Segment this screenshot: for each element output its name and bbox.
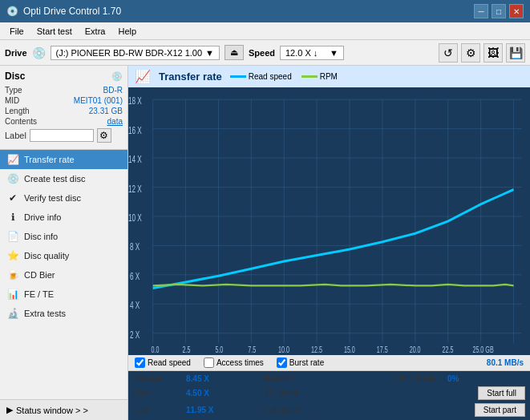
end-value: 11.95 X <box>186 406 213 414</box>
svg-text:15.0: 15.0 <box>344 345 355 355</box>
cpu-value: 0% <box>447 374 459 383</box>
nav-label-fe-te: FE / TE <box>24 289 54 299</box>
nav-label-cd-bier: CD Bier <box>24 270 55 280</box>
sidebar-item-disc-quality[interactable]: ⭐Disc quality <box>0 246 127 265</box>
svg-text:14 X: 14 X <box>128 155 142 165</box>
disc-label-row: Label ⚙ <box>5 127 123 144</box>
stat-random: Random - <box>264 374 394 383</box>
sidebar-item-extra-tests[interactable]: 🔬Extra tests <box>0 304 127 323</box>
refresh-button[interactable]: ↺ <box>439 43 458 63</box>
read-speed-check-label: Read speed <box>148 358 191 367</box>
stat-start: Start 4.50 X <box>133 389 264 398</box>
stats-row-start: Start 4.50 X 1/3 stroke - Start full <box>133 385 525 402</box>
sidebar-item-cd-bier[interactable]: 🍺CD Bier <box>0 265 127 285</box>
svg-text:6 X: 6 X <box>130 271 140 281</box>
speed-value: 12.0 X ↓ <box>285 48 318 58</box>
disc-label-input[interactable] <box>30 129 94 142</box>
drive-label: Drive <box>5 48 27 58</box>
svg-text:7.5: 7.5 <box>248 345 256 355</box>
stroke13-label: 1/3 stroke <box>264 389 312 398</box>
fullstroke-value: - <box>317 406 319 414</box>
stat-start-full-cell: Start full <box>394 386 525 400</box>
svg-text:8 X: 8 X <box>130 242 140 252</box>
legend-read-color <box>230 75 246 78</box>
menu-start-test[interactable]: Start test <box>30 25 79 38</box>
nav-label-transfer-rate: Transfer rate <box>24 155 75 164</box>
drive-selector[interactable]: (J:) PIONEER BD-RW BDR-X12 1.00 ▼ <box>51 46 220 60</box>
access-times-check-input[interactable] <box>204 357 214 368</box>
disc-mid-value: MEIT01 (001) <box>74 96 123 105</box>
stat-cpu: CPU usage 0% <box>394 374 525 383</box>
legend-read-label: Read speed <box>249 72 292 81</box>
stat-average: Average 8.45 X <box>133 374 264 383</box>
burst-rate-checkbox[interactable]: Burst rate <box>277 357 324 368</box>
disc-panel-icon: 💿 <box>111 71 123 82</box>
nav-label-extra-tests: Extra tests <box>24 309 66 318</box>
sidebar: Disc 💿 Type BD-R MID MEIT01 (001) Length… <box>0 66 128 420</box>
random-label: Random <box>264 374 312 383</box>
access-times-checkbox[interactable]: Access times <box>204 357 264 368</box>
disc-contents-label: Contents <box>5 117 37 126</box>
read-speed-check-input[interactable] <box>135 357 145 368</box>
start-full-button[interactable]: Start full <box>478 386 525 400</box>
legend-rpm: RPM <box>301 72 338 81</box>
disc-contents-value[interactable]: data <box>107 117 123 126</box>
cpu-label: CPU usage <box>394 374 443 383</box>
nav-icon-drive-info: ℹ <box>6 212 19 223</box>
read-speed-checkbox[interactable]: Read speed <box>135 357 191 368</box>
image-button[interactable]: 🖼 <box>483 43 503 63</box>
sidebar-item-create-test-disc[interactable]: 💿Create test disc <box>0 169 127 188</box>
menu-file[interactable]: File <box>3 25 30 38</box>
average-value: 8.45 X <box>186 374 209 383</box>
save-button[interactable]: 💾 <box>506 43 525 63</box>
disc-mid-label: MID <box>5 96 19 105</box>
sidebar-item-fe-te[interactable]: 📊FE / TE <box>0 285 127 304</box>
speed-selector[interactable]: 12.0 X ↓ ▼ <box>280 46 344 60</box>
chart-header: 📈 Transfer rate Read speed RPM <box>128 66 530 87</box>
nav-label-disc-quality: Disc quality <box>24 251 69 260</box>
app-title: Opti Drive Control 1.70 <box>23 6 121 17</box>
menu-help[interactable]: Help <box>111 25 143 38</box>
status-window-icon: ▶ <box>6 405 13 415</box>
burst-rate-check-input[interactable] <box>277 357 287 368</box>
nav-icon-transfer-rate: 📈 <box>6 154 19 165</box>
sidebar-item-drive-info[interactable]: ℹDrive info <box>0 208 127 227</box>
status-window-button[interactable]: ▶ Status window > > <box>0 399 127 420</box>
title-bar-controls: ─ □ ✕ <box>474 4 524 18</box>
access-times-check-label: Access times <box>216 358 264 367</box>
maximize-button[interactable]: □ <box>492 4 506 18</box>
sidebar-item-disc-info[interactable]: 📄Disc info <box>0 227 127 246</box>
disc-panel-title: Disc <box>5 71 25 82</box>
nav-label-create-test-disc: Create test disc <box>24 174 85 184</box>
nav-icon-cd-bier: 🍺 <box>6 269 19 281</box>
drive-icon: 💿 <box>32 46 46 59</box>
settings-button[interactable]: ⚙ <box>461 43 480 63</box>
toolbar: Drive 💿 (J:) PIONEER BD-RW BDR-X12 1.00 … <box>0 40 530 66</box>
main-area: Disc 💿 Type BD-R MID MEIT01 (001) Length… <box>0 66 530 420</box>
checkboxes-row: Read speed Access times Burst rate 80.1 … <box>128 355 530 371</box>
svg-text:25.0 GB: 25.0 GB <box>472 345 493 355</box>
title-bar: 💿 Opti Drive Control 1.70 ─ □ ✕ <box>0 0 530 22</box>
disc-panel: Disc 💿 Type BD-R MID MEIT01 (001) Length… <box>0 66 127 150</box>
nav-icon-verify-test-disc: ✔ <box>6 192 19 204</box>
stat-start-part-cell: Start part <box>394 403 525 417</box>
sidebar-item-verify-test-disc[interactable]: ✔Verify test disc <box>0 188 127 208</box>
close-button[interactable]: ✕ <box>509 4 524 18</box>
chart-area: 18 X 16 X 14 X 12 X 10 X 8 X 6 X 4 X 2 X… <box>128 87 530 355</box>
sidebar-item-transfer-rate[interactable]: 📈Transfer rate <box>0 150 127 169</box>
average-label: Average <box>133 374 181 383</box>
eject-button[interactable]: ⏏ <box>225 45 244 60</box>
status-window-label: Status window > > <box>16 406 88 415</box>
chart-legend: Read speed RPM <box>230 72 338 81</box>
minimize-button[interactable]: ─ <box>474 4 488 18</box>
speed-label: Speed <box>249 48 275 58</box>
chart-title: Transfer rate <box>159 71 222 83</box>
nav-icon-extra-tests: 🔬 <box>6 308 19 319</box>
stroke13-value: - <box>317 389 319 398</box>
start-part-button[interactable]: Start part <box>475 403 525 417</box>
end-label: End <box>133 406 181 414</box>
stat-stroke13: 1/3 stroke - <box>264 389 394 398</box>
disc-panel-header: Disc 💿 <box>5 71 123 82</box>
menu-extra[interactable]: Extra <box>79 25 112 38</box>
disc-label-button[interactable]: ⚙ <box>97 128 111 143</box>
